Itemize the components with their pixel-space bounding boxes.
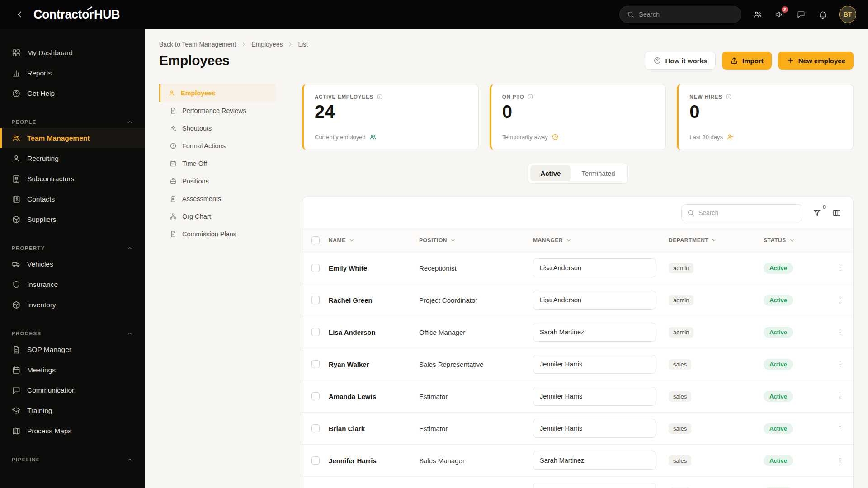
clipboard-icon <box>170 195 177 202</box>
sidebar-item-contacts[interactable]: Contacts <box>0 189 145 209</box>
sidebar-item-recruiting[interactable]: Recruiting <box>0 148 145 169</box>
columns-button[interactable] <box>831 207 842 218</box>
sidebar-item-suppliers[interactable]: Suppliers <box>0 209 145 230</box>
row-actions-button[interactable] <box>827 296 853 304</box>
info-icon[interactable] <box>377 94 383 100</box>
subnav-label: Employees <box>181 89 216 97</box>
row-checkbox[interactable] <box>311 424 320 432</box>
brand-logo[interactable]: ContractorHUB <box>33 8 120 22</box>
row-actions-button[interactable] <box>827 328 853 336</box>
back-button[interactable] <box>12 7 27 22</box>
sidebar-item-process-maps[interactable]: Process Maps <box>0 421 145 441</box>
status-badge: Active <box>764 295 793 306</box>
filter-icon <box>812 208 821 217</box>
users-icon-button[interactable] <box>752 9 763 20</box>
row-checkbox[interactable] <box>311 296 320 304</box>
sidebar-item-team-management[interactable]: Team Management <box>0 128 145 148</box>
megaphone-icon-button[interactable]: 2 <box>774 9 785 20</box>
sidebar-section-process[interactable]: PROCESS <box>12 330 133 337</box>
subnav-item-time-off[interactable]: Time Off <box>159 155 276 172</box>
subnav-item-org-chart[interactable]: Org Chart <box>159 207 276 225</box>
breadcrumb-employees-link[interactable]: Employees <box>251 41 283 48</box>
row-actions-button[interactable] <box>827 360 853 368</box>
avatar[interactable]: BT <box>839 6 856 23</box>
new-employee-button[interactable]: New employee <box>778 52 854 70</box>
subnav-item-shoutouts[interactable]: Shoutouts <box>159 119 276 137</box>
subnav-item-employees[interactable]: Employees <box>159 84 276 102</box>
subnav-item-performance-reviews[interactable]: Performance Reviews <box>159 102 276 119</box>
sidebar-item-training[interactable]: Training <box>0 400 145 421</box>
column-header-manager[interactable]: MANAGER <box>533 237 669 244</box>
manager-select[interactable]: Sarah Martinez <box>533 323 656 342</box>
subnav-item-commission-plans[interactable]: Commission Plans <box>159 225 276 243</box>
sidebar-section-property[interactable]: PROPERTY <box>12 245 133 251</box>
employee-name[interactable]: Emily White <box>329 264 419 272</box>
tab-terminated[interactable]: Terminated <box>571 165 625 181</box>
sidebar-item-vehicles[interactable]: Vehicles <box>0 254 145 274</box>
bell-icon-button[interactable] <box>817 9 828 20</box>
manager-select[interactable]: Lisa Anderson <box>533 291 656 310</box>
row-actions-button[interactable] <box>827 456 853 465</box>
row-checkbox[interactable] <box>311 328 320 336</box>
bell-icon <box>818 10 827 19</box>
employee-name[interactable]: Amanda Lewis <box>329 393 419 400</box>
chat-icon-button[interactable] <box>796 9 807 20</box>
sidebar-item-inventory[interactable]: Inventory <box>0 295 145 315</box>
how-it-works-label: How it works <box>665 57 708 65</box>
plus-icon <box>786 56 794 65</box>
row-checkbox[interactable] <box>311 456 320 465</box>
manager-select[interactable]: Sarah Martinez <box>533 483 656 488</box>
subnav-item-formal-actions[interactable]: Formal Actions <box>159 137 276 155</box>
manager-select[interactable]: Jennifer Harris <box>533 419 656 438</box>
row-checkbox[interactable] <box>311 360 320 368</box>
subnav-label: Shoutouts <box>182 125 212 132</box>
column-header-status[interactable]: STATUS <box>764 237 827 244</box>
row-actions-button[interactable] <box>827 424 853 432</box>
employee-name[interactable]: Ryan Walker <box>329 361 419 368</box>
column-header-name[interactable]: NAME <box>329 237 419 244</box>
row-checkbox[interactable] <box>311 264 320 272</box>
sidebar-section-people[interactable]: PEOPLE <box>12 119 133 125</box>
subnav-item-assessments[interactable]: Assessments <box>159 190 276 207</box>
employee-name[interactable]: Lisa Anderson <box>329 328 419 336</box>
sidebar-item-communication[interactable]: Communication <box>0 380 145 400</box>
employee-name[interactable]: Rachel Green <box>329 296 419 304</box>
info-icon[interactable] <box>527 94 533 100</box>
row-actions-button[interactable] <box>827 264 853 272</box>
info-icon[interactable] <box>726 94 732 100</box>
document-icon <box>170 107 177 114</box>
help-icon <box>12 89 21 98</box>
sidebar-item-sop-manager[interactable]: SOP Manager <box>0 339 145 360</box>
table-search-input[interactable] <box>698 209 797 216</box>
global-search[interactable] <box>619 6 741 23</box>
employee-name[interactable]: Brian Clark <box>329 425 419 432</box>
column-header-position[interactable]: POSITION <box>419 237 533 244</box>
manager-select[interactable]: Jennifer Harris <box>533 387 656 406</box>
meetings-icon <box>12 366 21 375</box>
sidebar-item-meetings[interactable]: Meetings <box>0 360 145 380</box>
subnav-item-positions[interactable]: Positions <box>159 172 276 190</box>
global-search-input[interactable] <box>639 11 734 18</box>
tab-active[interactable]: Active <box>530 165 571 181</box>
column-header-department[interactable]: DEPARTMENT <box>669 237 764 244</box>
manager-select[interactable]: Lisa Anderson <box>533 258 656 277</box>
import-button[interactable]: Import <box>722 52 772 70</box>
sidebar-item-label: Meetings <box>27 366 56 374</box>
row-checkbox[interactable] <box>311 392 320 400</box>
subnav-label: Positions <box>182 178 209 185</box>
sidebar-item-subcontractors[interactable]: Subcontractors <box>0 169 145 189</box>
sidebar-item-reports[interactable]: Reports <box>0 63 145 83</box>
select-all-checkbox[interactable] <box>311 236 320 244</box>
sidebar-item-my-dashboard[interactable]: My Dashboard <box>0 42 145 63</box>
table-search[interactable] <box>681 204 802 221</box>
filter-button[interactable]: 0 <box>811 207 822 218</box>
manager-select[interactable]: Jennifer Harris <box>533 355 656 374</box>
sidebar-item-get-help[interactable]: Get Help <box>0 83 145 103</box>
manager-select[interactable]: Sarah Martinez <box>533 451 656 470</box>
row-actions-button[interactable] <box>827 392 853 400</box>
sidebar-section-pipeline[interactable]: PIPELINE <box>12 456 133 463</box>
employee-name[interactable]: Jennifer Harris <box>329 457 419 465</box>
how-it-works-button[interactable]: How it works <box>645 52 716 70</box>
sidebar-item-insurance[interactable]: Insurance <box>0 274 145 295</box>
breadcrumb-back-link[interactable]: Back to Team Management <box>159 41 236 48</box>
